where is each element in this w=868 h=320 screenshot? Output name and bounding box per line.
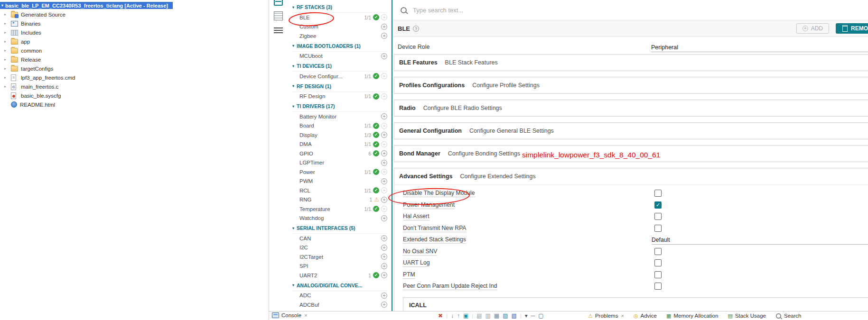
view-tab-advice[interactable]: ◎Advice: [634, 312, 657, 319]
collapse-chevron-icon[interactable]: ▾: [292, 84, 294, 88]
advanced-settings-header[interactable]: Advanced Settings Configure Extended Set…: [394, 168, 868, 185]
tree-group-header[interactable]: ▾RF STACKS (3): [292, 2, 387, 13]
explorer-item[interactable]: ▸Binaries: [0, 19, 269, 28]
tree-item[interactable]: ADC+: [292, 291, 387, 301]
view-tab-problems[interactable]: ⚠Problems×: [588, 312, 624, 319]
tree-item[interactable]: Power1/1✓+: [292, 167, 387, 177]
tree-group-header[interactable]: ▾SERIAL INTERFACES (5): [292, 223, 387, 234]
menu-list-icon[interactable]: [274, 27, 283, 33]
explorer-item[interactable]: ▸lpf3_app_freertos.cmd: [0, 73, 269, 82]
expand-chevron-icon[interactable]: ▸: [4, 75, 10, 80]
tree-item[interactable]: DMA1/1✓+: [292, 140, 387, 149]
config-section[interactable]: General ConfigurationConfigure General B…: [394, 122, 868, 139]
tree-item[interactable]: SPI+: [292, 262, 387, 271]
add-instance-icon[interactable]: +: [381, 113, 387, 119]
add-instance-icon[interactable]: +: [381, 169, 387, 175]
add-instance-icon[interactable]: +: [381, 197, 387, 203]
collapse-chevron-icon[interactable]: ▾: [292, 5, 294, 9]
explorer-item[interactable]: ▸app: [0, 37, 269, 46]
explorer-item[interactable]: ▸targetConfigs: [0, 64, 269, 73]
add-instance-icon[interactable]: +: [381, 123, 387, 129]
device-view-icon[interactable]: [274, 0, 283, 6]
tree-item[interactable]: Display1/3✓+: [292, 130, 387, 140]
add-instance-icon[interactable]: +: [381, 178, 387, 184]
config-checkbox[interactable]: [654, 259, 662, 266]
add-instance-icon[interactable]: +: [381, 235, 387, 241]
explorer-item[interactable]: ▸Generated Source: [0, 10, 269, 19]
word-wrap-icon[interactable]: ▥: [485, 312, 490, 320]
display-console-icon[interactable]: ▨: [503, 312, 508, 320]
add-instance-icon[interactable]: +: [381, 33, 387, 39]
tree-group-header[interactable]: ▾TI DRIVERS (17): [292, 101, 387, 112]
expand-chevron-icon[interactable]: ▸: [4, 48, 10, 53]
add-instance-icon[interactable]: +: [381, 245, 387, 251]
config-select[interactable]: Default: [652, 237, 868, 245]
tree-item[interactable]: RNG1⚠+: [292, 195, 387, 205]
add-instance-icon[interactable]: +: [381, 187, 387, 193]
tree-item[interactable]: ADCBuf+: [292, 300, 387, 310]
explorer-item[interactable]: basic_ble.syscfg: [0, 91, 269, 100]
add-instance-icon[interactable]: +: [381, 272, 387, 278]
clear-console-icon[interactable]: ✖: [438, 312, 443, 320]
expand-chevron-icon[interactable]: ▸: [4, 66, 10, 71]
clear-view-icon[interactable]: ▦: [494, 312, 499, 320]
maximize-icon[interactable]: ▢: [538, 312, 543, 320]
tree-item[interactable]: BLE1/1✓+: [292, 13, 387, 22]
tree-group-header[interactable]: ▾TI DEVICES (1): [292, 61, 387, 72]
add-instance-icon[interactable]: +: [381, 14, 387, 20]
pin-console-icon[interactable]: ▧: [512, 312, 517, 320]
open-console-icon[interactable]: ▾: [525, 312, 528, 320]
config-section[interactable]: BLE FeaturesBLE Stack Features: [394, 54, 868, 71]
tree-item[interactable]: Temperature1/1✓+: [292, 204, 387, 214]
view-tab-stack-usage[interactable]: ▤Stack Usage: [728, 312, 766, 319]
config-checkbox[interactable]: [654, 225, 662, 232]
project-root-item[interactable]: ▾ basic_ble_LP_EM_CC2340R53_freertos_tic…: [0, 2, 173, 9]
close-icon[interactable]: ×: [621, 313, 624, 319]
collapse-chevron-icon[interactable]: ▾: [292, 44, 294, 48]
tree-item[interactable]: I2C+: [292, 243, 387, 253]
config-checkbox[interactable]: [654, 271, 662, 278]
device-role-select[interactable]: Peripheral: [651, 44, 868, 52]
add-instance-icon[interactable]: +: [381, 160, 387, 166]
add-instance-icon[interactable]: +: [381, 263, 387, 269]
add-instance-icon[interactable]: +: [381, 24, 387, 30]
tree-item[interactable]: Board1/1✓+: [292, 121, 387, 131]
tree-item[interactable]: RCL1/1✓+: [292, 186, 387, 195]
add-instance-icon[interactable]: +: [381, 132, 387, 138]
add-instance-icon[interactable]: +: [381, 150, 387, 156]
collapse-chevron-icon[interactable]: ▾: [1, 3, 3, 8]
add-button[interactable]: + ADD: [796, 23, 829, 34]
add-instance-icon[interactable]: +: [381, 73, 387, 79]
tree-item[interactable]: PWM+: [292, 177, 387, 186]
remove-button[interactable]: REMOVE: [836, 23, 868, 34]
collapse-chevron-icon[interactable]: ▾: [292, 226, 294, 230]
add-instance-icon[interactable]: +: [381, 206, 387, 212]
collapse-chevron-icon[interactable]: ▾: [292, 64, 294, 68]
explorer-item[interactable]: ▸Includes: [0, 28, 269, 37]
config-checkbox[interactable]: [654, 248, 662, 255]
search-input[interactable]: [412, 6, 566, 14]
tree-item[interactable]: Custom+: [292, 22, 387, 32]
add-instance-icon[interactable]: +: [381, 293, 387, 299]
add-instance-icon[interactable]: +: [381, 141, 387, 147]
scroll-lock-icon[interactable]: ▤: [476, 312, 482, 320]
tree-item[interactable]: GPIO6✓+: [292, 149, 387, 158]
config-section[interactable]: Profiles ConfigurationsConfigure Profile…: [394, 77, 868, 94]
explorer-item[interactable]: README.html: [0, 100, 269, 109]
help-icon[interactable]: ?: [413, 26, 419, 32]
tree-item[interactable]: Battery Monitor+: [292, 112, 387, 121]
minimize-icon[interactable]: ─: [531, 312, 535, 320]
console-tab[interactable]: Console ×: [272, 312, 308, 318]
tree-item[interactable]: MCUboot+: [292, 52, 387, 61]
close-icon[interactable]: ×: [304, 312, 307, 318]
collapse-chevron-icon[interactable]: ▾: [292, 104, 294, 109]
view-tab-memory-allocation[interactable]: ▦Memory Allocation: [666, 312, 718, 319]
view-tab-search[interactable]: Search: [775, 313, 801, 319]
scroll-up-icon[interactable]: ↑: [457, 312, 460, 320]
expand-chevron-icon[interactable]: ▸: [4, 30, 10, 35]
config-checkbox[interactable]: [654, 283, 662, 290]
config-checkbox[interactable]: [654, 213, 662, 220]
explorer-item[interactable]: ▸main_freertos.c: [0, 82, 269, 91]
add-instance-icon[interactable]: +: [381, 302, 387, 308]
tree-item[interactable]: Device Configur...1/1✓+: [292, 72, 387, 81]
